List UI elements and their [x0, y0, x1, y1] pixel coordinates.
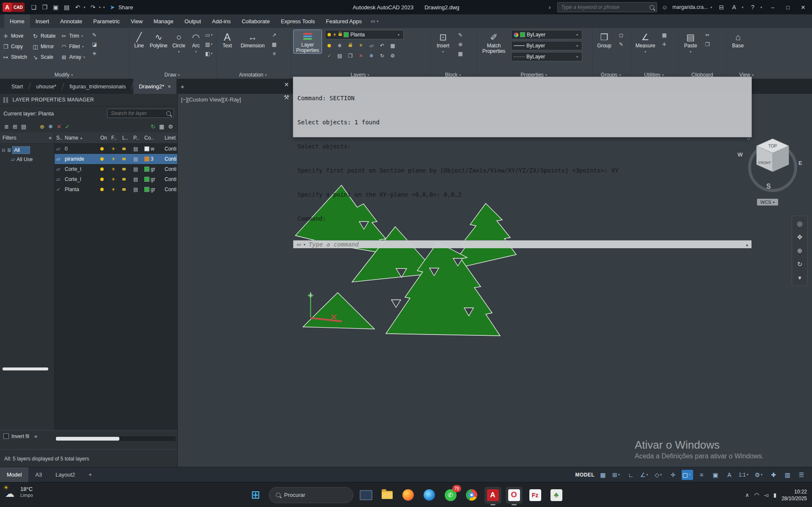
- linetype-value[interactable]: Conti: [165, 176, 177, 182]
- freeze-sun-icon[interactable]: ☀: [111, 187, 116, 192]
- ungroup-icon[interactable]: ◻: [617, 31, 625, 39]
- apps-dropdown-icon[interactable]: ▾: [742, 5, 745, 9]
- layer-list-scroll-thumb[interactable]: [56, 437, 119, 441]
- fillet-button[interactable]: ◠Fillet▾: [61, 41, 87, 52]
- color-swatch[interactable]: [144, 146, 149, 151]
- on-bulb-icon[interactable]: [100, 157, 104, 161]
- layer-row-corte-l[interactable]: ▱ Corte_l ☀ ▤ gr Conti: [55, 174, 177, 184]
- close-button[interactable]: ✕: [797, 2, 809, 13]
- selection-cycling-icon[interactable]: ▣: [710, 470, 721, 480]
- linetype-value[interactable]: Conti: [165, 146, 177, 152]
- annotation-panel-label[interactable]: Annotation▾: [217, 71, 291, 79]
- col-name[interactable]: Name▲: [65, 135, 100, 141]
- command-close-icon[interactable]: ✕: [282, 80, 291, 89]
- layer-search-icon[interactable]: [166, 111, 171, 116]
- tab-express-tools[interactable]: Express Tools: [275, 14, 321, 28]
- scale-button[interactable]: ↘Scale: [32, 52, 55, 62]
- taskbar-search[interactable]: Procurar: [269, 487, 353, 503]
- new-file-icon[interactable]: ❏: [29, 2, 39, 12]
- measure-dropdown-icon[interactable]: ▾: [644, 49, 647, 55]
- qat-customize-icon[interactable]: ▾: [103, 5, 107, 9]
- freeze-sun-icon[interactable]: ☀: [111, 177, 116, 182]
- group-edit-icon[interactable]: ✎: [617, 40, 625, 48]
- col-freeze[interactable]: F..: [111, 135, 122, 141]
- command-input-row[interactable]: ▭ ▾ ▴: [293, 240, 751, 248]
- lineweight-dropdown[interactable]: ByLayer ▾: [511, 41, 582, 50]
- rectangle-tool-icon[interactable]: ▭▾: [205, 31, 214, 39]
- clock-widget[interactable]: 10:22 28/10/2025: [782, 488, 807, 502]
- ucs-icon[interactable]: [308, 292, 314, 317]
- cart-icon[interactable]: ⊟: [716, 2, 727, 12]
- filter-all-label[interactable]: All: [13, 147, 30, 153]
- modify-panel-label[interactable]: Modify▾: [0, 71, 129, 79]
- base-button[interactable]: ⌂Base: [729, 30, 747, 49]
- new-frozen-layer-icon[interactable]: ❄: [48, 123, 53, 130]
- layer-row-piramide[interactable]: ▱ piramide ☀ ▤ 3 Conti: [55, 154, 177, 164]
- new-layer-icon[interactable]: ⊕: [40, 123, 44, 130]
- weather-widget[interactable]: ☀ ☁ 18°C Limpo: [4, 486, 33, 499]
- trim-dropdown-icon[interactable]: ▾: [81, 34, 85, 38]
- explode-icon[interactable]: ✳: [90, 49, 99, 58]
- draw-panel-label[interactable]: Draw▾: [129, 71, 216, 79]
- firefox-icon[interactable]: [400, 487, 417, 504]
- share-label[interactable]: Share: [118, 4, 133, 11]
- col-on[interactable]: On: [100, 135, 111, 141]
- viewport-controls[interactable]: [−][Custom View][X-Ray]: [181, 96, 241, 103]
- object-snap-icon[interactable]: ▢▾: [682, 470, 693, 480]
- arc-button[interactable]: ◠Arc▾: [190, 30, 202, 55]
- leaf-app-icon[interactable]: ♣: [548, 487, 565, 504]
- layer-states-manager-icon[interactable]: ▤: [21, 123, 26, 130]
- move-button[interactable]: ✛Move: [3, 31, 27, 41]
- snap-mode-icon[interactable]: ⊞▾: [611, 470, 622, 480]
- cut-icon[interactable]: ✂: [703, 31, 712, 39]
- linetype-value[interactable]: Conti: [165, 166, 177, 172]
- grid-display-icon[interactable]: ▦: [597, 470, 608, 480]
- lock-icon[interactable]: [122, 158, 126, 160]
- layer-list-header[interactable]: S.. Name▲ On F.. L.. P.. Co.. Linet: [55, 132, 177, 144]
- hole-4[interactable]: [391, 300, 401, 307]
- viewcube-top-label[interactable]: TOP: [768, 144, 777, 148]
- on-bulb-icon[interactable]: [100, 147, 104, 151]
- color-swatch[interactable]: [144, 177, 149, 182]
- linetype-value[interactable]: Conti: [165, 156, 177, 162]
- filters-horizontal-scrollbar[interactable]: [3, 367, 48, 370]
- col-lock[interactable]: L..: [122, 135, 133, 141]
- layer-search-box[interactable]: [107, 109, 174, 118]
- quick-calc-icon[interactable]: ▦: [660, 31, 669, 39]
- pan-icon[interactable]: ✥: [794, 231, 806, 243]
- filters-collapse-button[interactable]: «: [49, 135, 52, 141]
- freeze-sun-icon[interactable]: ☀: [111, 146, 116, 152]
- minimize-button[interactable]: –: [766, 2, 779, 13]
- new-group-filter-icon[interactable]: ⊞: [13, 123, 17, 130]
- object-snap-tracking-icon[interactable]: ✛: [668, 470, 679, 480]
- array-dropdown-icon[interactable]: ▾: [83, 55, 87, 59]
- filezilla-icon[interactable]: Fz: [527, 487, 544, 504]
- region-tool-icon[interactable]: ◧▾: [205, 49, 214, 58]
- plot-icon[interactable]: ▤: [62, 2, 72, 12]
- plot-printer-icon[interactable]: ▤: [133, 186, 138, 192]
- freeze-sun-icon[interactable]: ☀: [111, 167, 116, 172]
- workspace-switching-icon[interactable]: ⚙▾: [754, 470, 765, 480]
- command-line-window[interactable]: ✕ ⚒ Command: SECTION Select objects: 1 f…: [293, 77, 752, 137]
- palette-grip-icon[interactable]: ▌▌: [3, 97, 9, 102]
- command-history[interactable]: Command: SECTION Select objects: 1 found…: [293, 77, 751, 240]
- text-button[interactable]: AText: [219, 30, 235, 49]
- match-properties-button[interactable]: ✐Match Properties: [480, 30, 508, 54]
- filter-tree-all-used[interactable]: ▱ All Use: [0, 155, 54, 164]
- filter-tree-all[interactable]: ⊟ ≣ All: [0, 145, 54, 155]
- save-icon[interactable]: ▣: [51, 2, 61, 12]
- tree-expander-icon[interactable]: ⊟: [2, 148, 5, 153]
- layer-previous-icon[interactable]: ↶: [378, 41, 386, 49]
- lock-icon[interactable]: [122, 148, 126, 150]
- linetype-value[interactable]: Conti: [165, 186, 177, 192]
- tab-manage[interactable]: Manage: [148, 14, 179, 28]
- paste-dropdown-icon[interactable]: ▾: [689, 49, 692, 55]
- polyline-button[interactable]: ∿Polyline: [149, 30, 168, 49]
- col-plot[interactable]: P..: [133, 135, 144, 141]
- collapse-search-icon[interactable]: ›: [545, 2, 555, 12]
- set-current-layer-icon[interactable]: ✓: [65, 123, 70, 130]
- color-swatch[interactable]: [144, 156, 149, 162]
- tab-addins[interactable]: Add-ins: [206, 14, 236, 28]
- file-explorer-icon[interactable]: [379, 487, 396, 504]
- file-tab-close-icon[interactable]: ×: [168, 83, 171, 90]
